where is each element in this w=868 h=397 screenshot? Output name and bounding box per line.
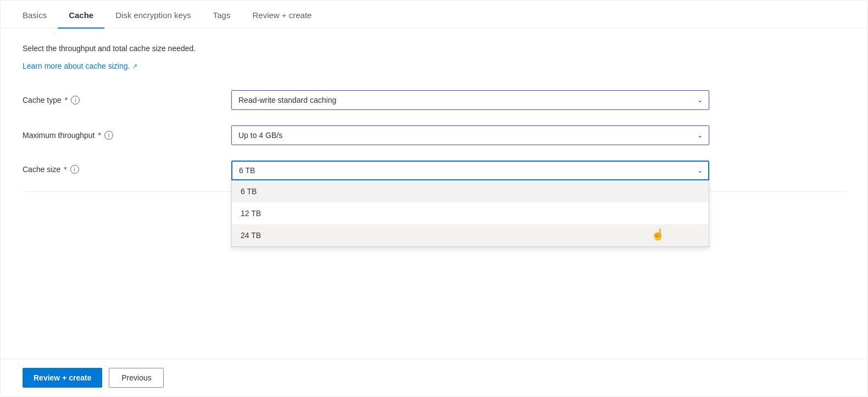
cache-type-dropdown-container: Read-write standard caching ⌄ bbox=[231, 90, 709, 110]
tab-review-create[interactable]: Review + create bbox=[241, 1, 322, 29]
max-throughput-info-icon[interactable]: i bbox=[104, 131, 113, 140]
external-link-icon: ↗ bbox=[132, 63, 137, 70]
cache-type-label: Cache type * i bbox=[23, 96, 220, 104]
cache-size-value: 6 TB bbox=[239, 166, 255, 175]
cache-type-info-icon[interactable]: i bbox=[71, 96, 80, 104]
option-6tb-label: 6 TB bbox=[241, 187, 257, 196]
cache-size-dropdown-wrapper: 6 TB ⌄ 6 TB 12 TB 24 TB ☝ bbox=[231, 161, 709, 180]
previous-button[interactable]: Previous bbox=[109, 368, 164, 388]
cache-size-option-12tb[interactable]: 12 TB bbox=[232, 202, 709, 224]
tab-disk-encryption[interactable]: Disk encryption keys bbox=[104, 1, 202, 29]
cache-size-row: Cache size * i 6 TB ⌄ 6 TB 12 TB bbox=[23, 161, 792, 180]
learn-more-link[interactable]: Learn more about cache sizing. ↗ bbox=[23, 62, 137, 70]
page-container: Basics Cache Disk encryption keys Tags R… bbox=[0, 0, 868, 397]
option-12tb-label: 12 TB bbox=[241, 209, 261, 218]
tab-cache[interactable]: Cache bbox=[58, 1, 104, 29]
max-throughput-value: Up to 4 GB/s bbox=[238, 131, 282, 140]
max-throughput-dropdown[interactable]: Up to 4 GB/s bbox=[231, 125, 709, 145]
cache-size-option-6tb[interactable]: 6 TB bbox=[232, 180, 709, 202]
max-throughput-required: * bbox=[98, 131, 101, 140]
cache-size-option-24tb[interactable]: 24 TB ☝ bbox=[232, 224, 709, 246]
footer: Review + create Previous bbox=[1, 359, 867, 396]
cache-type-value: Read-write standard caching bbox=[238, 96, 336, 104]
max-throughput-row: Maximum throughput * i Up to 4 GB/s ⌄ bbox=[23, 125, 792, 145]
tab-tags[interactable]: Tags bbox=[202, 1, 242, 29]
cache-size-dropdown-list: 6 TB 12 TB 24 TB ☝ bbox=[231, 180, 709, 247]
form-section: Cache type * i Read-write standard cachi… bbox=[23, 90, 792, 180]
cache-size-trigger[interactable]: 6 TB ⌄ bbox=[231, 161, 709, 180]
cache-size-info-icon[interactable]: i bbox=[70, 165, 79, 174]
cache-size-required: * bbox=[64, 165, 66, 174]
max-throughput-dropdown-container: Up to 4 GB/s ⌄ bbox=[231, 125, 709, 145]
main-content: Select the throughput and total cache si… bbox=[1, 29, 867, 359]
cursor-hand-icon: ☝ bbox=[651, 228, 665, 241]
learn-link-text: Learn more about cache sizing. bbox=[23, 62, 130, 70]
cache-size-chevron-icon: ⌄ bbox=[697, 167, 703, 174]
page-description: Select the throughput and total cache si… bbox=[23, 44, 845, 53]
tab-basics[interactable]: Basics bbox=[23, 1, 58, 29]
cache-size-label: Cache size * i bbox=[23, 165, 220, 174]
tab-navigation: Basics Cache Disk encryption keys Tags R… bbox=[1, 1, 867, 29]
max-throughput-label: Maximum throughput * i bbox=[23, 131, 220, 140]
option-24tb-label: 24 TB bbox=[241, 231, 261, 240]
review-create-button[interactable]: Review + create bbox=[23, 368, 102, 388]
cache-type-required: * bbox=[65, 96, 68, 104]
cache-type-dropdown[interactable]: Read-write standard caching bbox=[231, 90, 709, 110]
cache-type-row: Cache type * i Read-write standard cachi… bbox=[23, 90, 792, 110]
